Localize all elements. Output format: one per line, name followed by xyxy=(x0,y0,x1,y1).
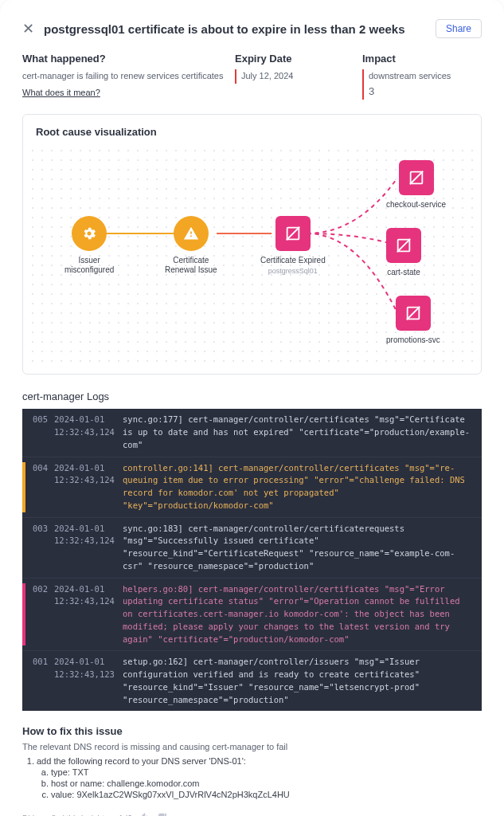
logs-panel: 0052024-01-0112:32:43,124sync.go:177] ce… xyxy=(22,409,482,711)
howto-step-text: add the following record to your DNS ser… xyxy=(37,756,246,766)
gear-icon xyxy=(72,216,107,251)
summary-impact-title: Impact xyxy=(362,53,482,65)
log-index: 003 xyxy=(25,523,54,573)
alert-icon xyxy=(174,216,209,251)
log-row[interactable]: 0042024-01-0112:32:43,124controller.go:1… xyxy=(22,457,482,518)
summary-expiry: Expiry Date July 12, 2024 xyxy=(235,53,362,100)
howto-substep: host or name: challenge.komodor.com xyxy=(51,779,482,788)
svg-line-9 xyxy=(407,307,420,320)
node-certificate-expired[interactable]: Certificate Expired postgressSql01 xyxy=(260,216,326,275)
certificate-expired-icon xyxy=(275,216,311,251)
svg-line-7 xyxy=(397,239,411,253)
log-row[interactable]: 0052024-01-0112:32:43,124sync.go:177] ce… xyxy=(22,409,482,457)
summary-what-desc: cert-manager is failing to renew service… xyxy=(22,69,235,83)
log-timestamp: 2024-01-0112:32:43,124 xyxy=(54,523,123,573)
summary-expiry-title: Expiry Date xyxy=(235,53,362,65)
node-label: cart-state xyxy=(387,268,420,277)
log-timestamp: 2024-01-0112:32:43,124 xyxy=(54,462,123,512)
log-message: setup.go:162] cert-manager/controller/is… xyxy=(123,656,472,706)
node-issuer-misconfigured[interactable]: Issuer misconfigured xyxy=(64,216,114,275)
log-timestamp: 2024-01-0112:32:43,124 xyxy=(54,583,123,646)
node-sublabel: postgressSql01 xyxy=(268,267,318,275)
node-label: Issuer misconfigured xyxy=(64,256,114,275)
thumbs-down-icon[interactable] xyxy=(156,812,167,816)
log-index: 005 xyxy=(25,414,54,451)
howto-substep: type: TXT xyxy=(51,767,482,777)
node-checkout-service[interactable]: checkout-service xyxy=(386,160,446,210)
log-timestamp: 2024-01-0112:32:43,123 xyxy=(54,656,123,706)
viz-title: Root cause visualization xyxy=(23,115,481,146)
svg-line-3 xyxy=(287,227,300,241)
summary-impact: Impact downstream services 3 xyxy=(362,53,482,100)
log-row[interactable]: 0022024-01-0112:32:43,124helpers.go:80] … xyxy=(22,579,482,652)
log-message: helpers.go:80] cert-manager/controller/c… xyxy=(123,583,472,646)
log-index: 002 xyxy=(25,583,54,646)
node-promotions-svc[interactable]: promotions-svc xyxy=(386,296,440,345)
close-icon[interactable]: ✕ xyxy=(22,22,34,36)
log-message: sync.go:177] cert-manager/controller/cer… xyxy=(123,414,472,451)
summary-what-title: What happened? xyxy=(22,53,235,65)
node-label: promotions-svc xyxy=(386,335,440,345)
summary-expiry-value: July 12, 2024 xyxy=(235,69,362,84)
page-title: postgressql01 certificate is about to ex… xyxy=(44,22,405,36)
share-button[interactable]: Share xyxy=(436,19,482,38)
summary-impact-desc: downstream services xyxy=(369,71,451,80)
service-icon xyxy=(399,160,434,195)
log-message: controller.go:141] cert-manager/controll… xyxy=(123,462,472,512)
thumbs-up-icon[interactable] xyxy=(139,812,150,816)
howto-step: add the following record to your DNS ser… xyxy=(37,756,482,799)
root-cause-visualization: Root cause visualization Issuer misconfi… xyxy=(22,114,482,375)
log-timestamp: 2024-01-0112:32:43,124 xyxy=(54,414,123,451)
service-icon xyxy=(396,296,431,331)
summary-impact-count: 3 xyxy=(369,84,482,100)
howto-substep: value: 9Xelk1azC2WSkg07xxVl_DJVrRlV4cN2p… xyxy=(51,790,482,799)
node-label: Certificate Expired xyxy=(260,256,326,265)
svg-line-5 xyxy=(409,171,423,185)
service-icon xyxy=(386,228,421,263)
log-index: 001 xyxy=(25,656,54,706)
node-label: Certificate Renewal Issue xyxy=(165,256,217,275)
summary-what: What happened? cert-manager is failing t… xyxy=(22,53,235,100)
logs-title: cert-manager Logs xyxy=(22,390,482,402)
log-row[interactable]: 0032024-01-0112:32:43,124sync.go:183] ce… xyxy=(22,518,482,579)
log-row[interactable]: 0012024-01-0112:32:43,123setup.go:162] c… xyxy=(22,651,482,711)
node-renewal-issue[interactable]: Certificate Renewal Issue xyxy=(165,216,217,275)
what-does-it-mean-link[interactable]: What does it mean? xyxy=(22,88,100,97)
node-cart-state[interactable]: cart-state xyxy=(386,228,421,277)
howto-desc: The relevant DNS record is missing and c… xyxy=(22,742,482,751)
log-message: sync.go:183] cert-manager/controller/cer… xyxy=(123,523,472,573)
howto-title: How to fix this issue xyxy=(22,725,482,737)
log-index: 004 xyxy=(25,462,54,512)
node-label: checkout-service xyxy=(386,200,446,210)
